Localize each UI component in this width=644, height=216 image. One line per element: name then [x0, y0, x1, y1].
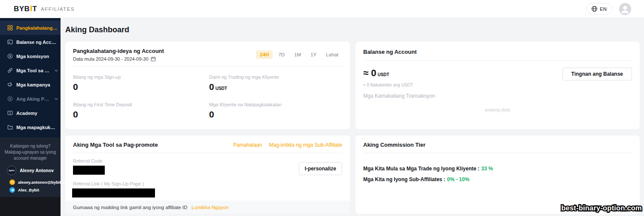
telegram-icon: [9, 187, 15, 193]
globe-icon: [591, 6, 598, 12]
referral-code-redacted[interactable]: [73, 166, 105, 175]
sidebar-item-label: Mga mapagkukunan: [16, 125, 58, 130]
account-balance-card: Balanse ng Account ≈ 0USDT ≈ 0 Nakabinbi…: [355, 42, 640, 129]
user-avatar[interactable]: [619, 3, 631, 15]
shortlink-footer: Gumawa ng maikling link gamit ang iyong …: [65, 201, 350, 214]
watermark: best-binary-option.com best-binary-optio…: [561, 204, 642, 212]
view-balance-button[interactable]: Tingnan ang Balanse: [562, 68, 632, 80]
referral-link-label: Referral Link ( My Sign-Up Page ): [73, 181, 342, 186]
time-filter-group: 24H 7D 1M 1Y Lahat: [256, 50, 342, 59]
language-selector[interactable]: EN: [586, 3, 612, 15]
sidebar-menu: Pangkalahatang-id... Balanse ng Account …: [0, 18, 61, 138]
language-label: EN: [600, 6, 607, 12]
sidebar-item-label: Mga Tool sa Pag-pr: [16, 68, 50, 73]
promote-links: Pamahalaan Mag-imbita ng mga Sub-Affilia…: [233, 142, 342, 148]
book-icon: [7, 110, 13, 116]
manager-telegram-row[interactable]: Alex_Bybit: [9, 187, 56, 193]
filter-1y[interactable]: 1Y: [307, 50, 320, 59]
logo-suffix: AFFILIATES: [41, 6, 75, 12]
sub-affiliate-earnings-row: Mga Kita ng Iyong Sub-Affiliates :0% - 1…: [363, 176, 632, 182]
promote-title: Aking Mga Tool sa Pag-promote: [73, 142, 158, 148]
sidebar-item-overview[interactable]: Pangkalahatang-id...: [0, 21, 61, 35]
sidebar-item-resources[interactable]: Mga mapagkukunan: [0, 120, 61, 134]
sidebar-item-label: Mga komisyon: [16, 54, 49, 59]
sidebar-item-academy[interactable]: Academy: [0, 106, 61, 120]
invite-sub-affiliate-link[interactable]: Mag-imbita ng mga Sub-Affiliate: [269, 142, 342, 148]
referral-link-redacted[interactable]: [72, 188, 155, 197]
chevron-down-icon: [55, 69, 58, 72]
overview-date-range: Data mula 2024-09-30 - 2024-09-30: [73, 56, 149, 62]
sidebar-item-promote-tools[interactable]: Mga Tool sa Pag-pr: [0, 63, 61, 77]
sidebar-item-label: Mga kampanya: [16, 82, 50, 87]
calendar-icon[interactable]: [151, 56, 156, 62]
balance-title: Balanse ng Account: [363, 49, 632, 55]
bybit-logo-badge: bybit: [7, 166, 16, 175]
stat-trading-volume: Dami ng Trading ng mga Kliyente 0USDT: [209, 74, 342, 94]
manager-email-row[interactable]: alexey.antonov@bybit.com: [9, 179, 56, 185]
divider: [73, 153, 342, 153]
person-icon: [619, 3, 631, 15]
header-actions: EN: [586, 3, 631, 15]
account-overview-card: Pangkalahatang-ideya ng Account Data mul…: [65, 42, 350, 129]
stat-traded-clients: Mga Kliyente na Nakipagkalakalan 0: [209, 102, 342, 121]
sidebar-item-commissions[interactable]: $ Mga komisyon: [0, 49, 61, 63]
sidebar-item-account-balance[interactable]: Balanse ng Account: [0, 35, 61, 49]
stat-signups: Bilang ng mga Sign-up 0: [73, 74, 209, 94]
personalize-button[interactable]: I-personalize: [299, 162, 342, 175]
manager-row: bybit Alexey Antonov: [4, 166, 56, 175]
email-icon: [9, 179, 15, 185]
filter-1m[interactable]: 1M: [290, 50, 305, 59]
sidebar-item-campaigns[interactable]: Mga kampanya: [0, 77, 61, 92]
app-window: BYBT AFFILIATES EN: [0, 0, 644, 216]
dashboard-grid: Pangkalahatang-ideya ng Account Data mul…: [65, 42, 640, 214]
divider: [363, 60, 632, 61]
sidebar-item-label: Pangkalahatang-id...: [16, 25, 58, 31]
sidebar-item-my-earnings[interactable]: $ Ang Aking Pagga...: [0, 92, 61, 106]
manager-name: Alexey Antonov: [20, 168, 54, 173]
sidebar-filler: [0, 197, 61, 216]
manager-telegram: Alex_Bybit: [18, 188, 39, 192]
filter-7d[interactable]: 7D: [274, 50, 289, 59]
logo-text-byb: BYB: [14, 5, 30, 13]
svg-text:$: $: [9, 55, 11, 58]
no-data-text: walang data: [363, 107, 632, 112]
logo-accent-bar: [30, 6, 32, 11]
dollar-circle-icon: $: [7, 96, 13, 102]
filter-all[interactable]: Lahat: [322, 50, 342, 59]
logo-text-t: T: [32, 5, 37, 13]
overview-header: Pangkalahatang-ideya ng Account Data mul…: [73, 48, 164, 62]
chevron-down-icon: [55, 98, 58, 100]
shortlink-text: Gumawa ng maikling link gamit ang iyong …: [73, 205, 187, 210]
page-title: Aking Dashboard: [65, 24, 640, 35]
client-trade-earnings-value: 33 %: [481, 166, 493, 172]
promote-tools-card: Aking Mga Tool sa Pag-promote Pamahalaan…: [65, 136, 350, 214]
wallet-card-icon: [7, 39, 13, 45]
overview-stats: Bilang ng mga Sign-up 0 Dami ng Trading …: [73, 66, 342, 121]
filter-24h[interactable]: 24H: [256, 50, 273, 59]
grid-icon: [7, 25, 13, 31]
sub-affiliate-earnings-value: 0% - 10%: [447, 176, 469, 182]
pending-balance: ≈ 0 Nakabinbin ang USDT: [363, 83, 413, 87]
bybit-affiliates-logo[interactable]: BYBT AFFILIATES: [14, 5, 75, 13]
approx-symbol: ≈: [363, 68, 368, 78]
balance-unit: USDT: [377, 72, 389, 77]
client-trade-earnings-row: Mga Kita Mula sa Mga Trade ng Iyong Kliy…: [363, 166, 632, 172]
account-manager-panel: Kailangan ng tulong? Makipag-ugnayan sa …: [0, 138, 61, 197]
link-icon: [7, 68, 13, 73]
svg-text:$: $: [9, 97, 11, 101]
sidebar-item-label: Ang Aking Pagga...: [16, 96, 50, 102]
divider: [363, 153, 632, 153]
sidebar-item-label: Balanse ng Account: [16, 40, 58, 45]
main-content: Aking Dashboard Pangkalahatang-ideya ng …: [61, 18, 644, 216]
sidebar-item-label: Academy: [16, 111, 37, 116]
stat-first-deposits: Bilang ng First Time Deposit 0: [73, 102, 209, 121]
manage-link[interactable]: Pamahalaan: [233, 142, 262, 148]
dollar-circle-icon: $: [7, 53, 13, 59]
sidebar: Pangkalahatang-id... Balanse ng Account …: [0, 18, 61, 216]
balance-amount-block: ≈ 0USDT ≈ 0 Nakabinbin ang USDT: [363, 68, 413, 87]
help-text: Kailangan ng tulong? Makipag-ugnayan sa …: [4, 143, 56, 161]
megaphone-icon: [7, 82, 13, 87]
folder-icon: [7, 124, 13, 130]
overview-title: Pangkalahatang-ideya ng Account: [73, 48, 164, 54]
create-now-link[interactable]: Lumikha Ngayon: [191, 205, 228, 210]
